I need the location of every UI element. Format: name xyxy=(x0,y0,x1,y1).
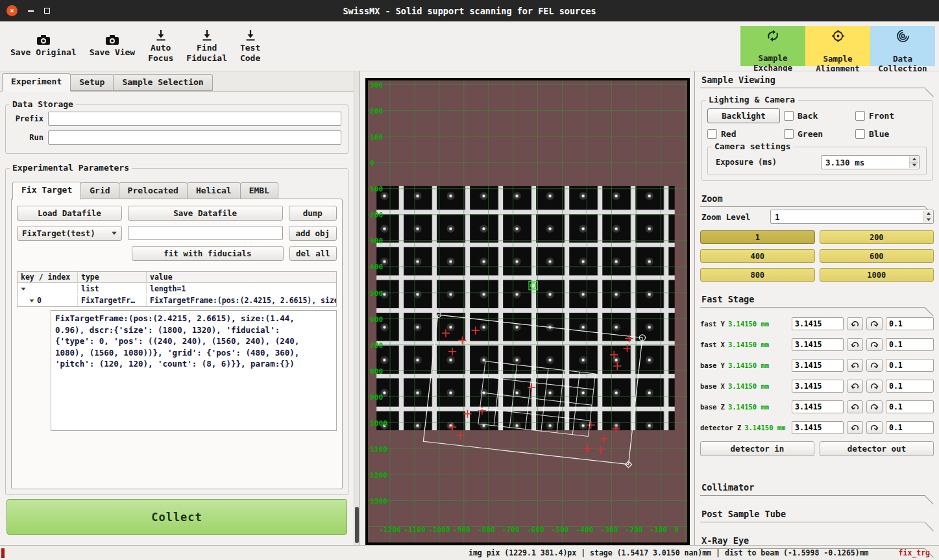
center-panel: 3002001000100200300400500600700800900100… xyxy=(360,71,694,545)
object-detail-text[interactable]: FixTargetFrame:(pos:(2.4215, 2.6615), si… xyxy=(51,310,337,431)
section-x-ray-eye[interactable]: X-Ray Eye xyxy=(700,533,934,549)
motor-target-input[interactable] xyxy=(792,317,844,330)
move-minus-button[interactable] xyxy=(847,380,863,393)
table-row[interactable]: list length=1 xyxy=(18,283,336,295)
save-view-button[interactable]: Save View xyxy=(83,23,141,69)
move-plus-button[interactable] xyxy=(866,359,883,372)
fit-with-fiducials-button[interactable]: fit with fiducials xyxy=(132,246,284,261)
spin-down-button[interactable] xyxy=(910,163,918,169)
table-row[interactable]: 0 FixTargetFr… FixTargetFrame:(pos:(2.42… xyxy=(18,295,336,306)
prefix-input[interactable] xyxy=(48,112,341,126)
motor-step-input[interactable] xyxy=(886,338,934,351)
svg-text:200: 200 xyxy=(370,107,383,116)
move-minus-button[interactable] xyxy=(847,359,863,372)
zoom-1000-button[interactable]: 1000 xyxy=(820,268,934,282)
save-datafile-button[interactable]: Save Datafile xyxy=(128,206,283,221)
minimize-button[interactable] xyxy=(28,10,34,12)
motor-target-input[interactable] xyxy=(792,400,844,413)
motor-step-input[interactable] xyxy=(886,400,934,413)
tab-experiment[interactable]: Experiment xyxy=(2,73,71,91)
move-minus-button[interactable] xyxy=(847,400,863,413)
front-checkbox[interactable]: Front xyxy=(855,111,927,121)
section-sample-viewing[interactable]: Sample Viewing xyxy=(700,73,934,88)
move-minus-button[interactable] xyxy=(847,317,863,330)
spin-down-button[interactable] xyxy=(924,217,933,223)
move-plus-button[interactable] xyxy=(866,317,883,330)
motor-readout: 3.14150 mm xyxy=(728,403,769,411)
detector-in-button[interactable]: detector in xyxy=(700,441,814,456)
tab-fix-target[interactable]: Fix Target xyxy=(12,182,81,200)
back-checkbox[interactable]: Back xyxy=(784,111,855,121)
section-collimator[interactable]: Collimator xyxy=(700,480,934,496)
tab-embl[interactable]: EMBL xyxy=(240,182,278,199)
scrollbar-thumb[interactable] xyxy=(355,507,359,543)
motor-step-input[interactable] xyxy=(886,421,934,434)
red-checkbox[interactable]: Red xyxy=(707,129,784,139)
tab-sample-selection[interactable]: Sample Selection xyxy=(113,74,212,91)
motor-step-input[interactable] xyxy=(886,359,934,372)
move-plus-button[interactable] xyxy=(866,421,883,434)
zoom-level-spinbox[interactable]: 1 xyxy=(770,210,934,224)
save-original-button[interactable]: Save Original xyxy=(4,23,83,69)
auto-focus-button[interactable]: Auto Focus xyxy=(141,23,180,69)
motor-target-input[interactable] xyxy=(792,338,844,351)
object-name-input[interactable] xyxy=(128,226,283,240)
zoom-1-button[interactable]: 1 xyxy=(700,230,815,244)
motor-step-input[interactable] xyxy=(886,317,934,330)
find-fiducial-button[interactable]: Find Fiducial xyxy=(180,23,234,69)
tab-setup[interactable]: Setup xyxy=(70,74,114,91)
zoom-600-button[interactable]: 600 xyxy=(820,249,934,263)
sample-alignment-button[interactable]: Sample Alignment xyxy=(805,26,870,66)
data-collection-button[interactable]: Data Collection xyxy=(870,26,935,66)
move-plus-button[interactable] xyxy=(866,400,883,413)
expander-icon[interactable] xyxy=(21,287,26,290)
detector-out-button[interactable]: detector out xyxy=(820,441,934,456)
run-input[interactable] xyxy=(48,130,341,145)
svg-text:0: 0 xyxy=(674,526,679,534)
svg-text:-600: -600 xyxy=(526,526,544,534)
section-fast-stage[interactable]: Fast Stage xyxy=(700,292,934,308)
blue-checkbox[interactable]: Blue xyxy=(855,129,927,139)
expander-icon[interactable] xyxy=(30,299,34,302)
sample-exchange-button[interactable]: Sample Exchange xyxy=(740,26,805,66)
close-button[interactable]: × xyxy=(6,5,18,16)
exposure-spinbox[interactable]: 3.130 ms xyxy=(821,155,920,169)
move-minus-button[interactable] xyxy=(847,421,863,434)
test-code-button[interactable]: Test Code xyxy=(234,23,267,69)
motor-target-input[interactable] xyxy=(792,359,844,372)
section-post-sample-tube[interactable]: Post Sample Tube xyxy=(700,507,934,522)
move-minus-button[interactable] xyxy=(847,338,863,351)
zoom-200-button[interactable]: 200 xyxy=(820,230,934,244)
backlight-button[interactable]: Backlight xyxy=(707,108,780,123)
tab-grid[interactable]: Grid xyxy=(80,182,119,199)
tab-helical[interactable]: Helical xyxy=(187,182,241,199)
move-plus-button[interactable] xyxy=(866,380,883,393)
column-key-index[interactable]: key / index xyxy=(18,272,77,282)
motor-step-input[interactable] xyxy=(886,380,934,393)
column-type[interactable]: type xyxy=(77,272,146,282)
maximize-button[interactable] xyxy=(44,8,50,14)
spin-up-button[interactable] xyxy=(924,211,933,217)
section-zoom[interactable]: Zoom xyxy=(700,191,934,207)
add-obj-button[interactable]: add obj xyxy=(289,226,337,241)
spin-up-button[interactable] xyxy=(910,156,918,163)
motor-target-input[interactable] xyxy=(792,380,844,393)
svg-text:1200: 1200 xyxy=(370,471,387,480)
zoom-800-button[interactable]: 800 xyxy=(700,268,815,282)
fixtarget-preset-select[interactable]: FixTarget(test) xyxy=(17,226,122,241)
move-plus-button[interactable] xyxy=(866,338,883,351)
green-checkbox[interactable]: Green xyxy=(784,129,855,139)
experimental-parameters-group: Experimental Parameters Fix Target Grid … xyxy=(5,168,348,495)
zoom-400-button[interactable]: 400 xyxy=(700,249,815,263)
motor-target-input[interactable] xyxy=(792,421,844,434)
camera-image[interactable]: 3002001000100200300400500600700800900100… xyxy=(368,80,687,542)
svg-text:-1200: -1200 xyxy=(379,526,401,534)
column-value[interactable]: value xyxy=(146,272,336,282)
dump-button[interactable]: dump xyxy=(289,206,337,221)
collect-button[interactable]: Collect xyxy=(6,499,347,535)
tab-prelocated[interactable]: Prelocated xyxy=(119,182,188,199)
load-datafile-button[interactable]: Load Datafile xyxy=(17,206,122,221)
checkbox-icon xyxy=(784,111,794,121)
del-all-button[interactable]: del all xyxy=(289,246,337,261)
left-scrollbar[interactable] xyxy=(354,71,360,545)
